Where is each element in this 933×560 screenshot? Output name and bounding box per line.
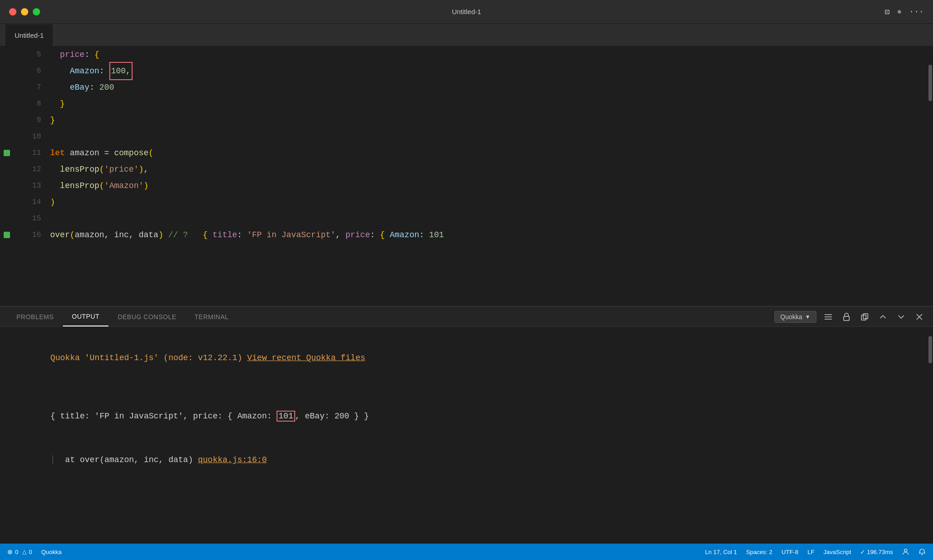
gutter-11 [4,145,10,161]
token-close-brace-price: } [50,96,65,112]
output-result-line: { title: 'FP in JavaScript', price: { Am… [11,394,916,438]
token-equals: = [104,145,114,161]
tab-label: Untitled-1 [15,31,44,39]
tab-problems[interactable]: PROBLEMS [7,307,63,326]
status-person-icon[interactable] [902,548,909,555]
token-amazon-key: Amazon [50,63,99,79]
token-open-paren-compose: ( [149,145,154,161]
status-errors[interactable]: ⊗ 0 △ 0 [7,548,32,555]
chevron-down-icon[interactable] [895,311,907,323]
token-colon3: : [89,79,99,96]
output-empty [11,380,916,394]
token-space [188,227,203,243]
token-comma3: , [129,227,139,243]
token-title-key: title [213,227,237,243]
statusbar: ⊗ 0 △ 0 Quokka Ln 17, Col 1 Spaces: 2 UT… [0,544,933,560]
lock-icon[interactable] [840,311,853,323]
token-string-price: 'price' [104,161,139,178]
status-position[interactable]: Ln 17, Col 1 [705,548,737,555]
code-line-15 [50,210,927,227]
status-spaces[interactable]: Spaces: 2 [746,548,773,555]
token-over-close: ) [159,227,164,243]
token-lensprop1: lensProp [50,161,99,178]
editor-scrollbar[interactable] [927,46,933,306]
panel-scrollbar[interactable] [927,327,933,484]
status-bell-icon[interactable] [918,548,926,555]
status-language[interactable]: JavaScript [824,548,851,555]
status-timing: ✓ 196.73ms [860,548,893,555]
dot-icon: ● [897,7,902,16]
token-over: over [50,227,70,243]
token-result-open: { [203,227,213,243]
filter-icon[interactable] [822,311,835,323]
token-lp2-open: ( [99,178,104,194]
line-num-8: 8 [36,96,41,112]
line-num-7: 7 [36,79,41,96]
vertical-pipe: │ [50,455,55,464]
minimize-button[interactable] [21,8,28,15]
token-amazon-value: 100, [109,62,133,80]
warning-icon: △ [22,549,26,555]
token-colon: : [85,46,95,63]
tab-terminal[interactable]: TERMINAL [185,307,238,326]
output-result-prefix: { title: 'FP in JavaScript', price: { Am… [50,412,277,421]
chevron-up-icon[interactable] [877,311,889,323]
token-string-amazon: 'Amazon' [104,178,144,194]
window-controls[interactable] [9,8,40,15]
close-panel-icon[interactable] [913,311,926,323]
output-result-suffix: , eBay: 200 } } [295,412,369,421]
output-source-select[interactable]: Quokka ▼ [774,311,816,323]
close-button[interactable] [9,8,16,15]
code-line-6: Amazon: 100, [50,63,927,79]
more-actions-icon[interactable]: ··· [909,7,924,16]
status-eol[interactable]: LF [807,548,814,555]
editor-tab[interactable]: Untitled-1 [5,24,53,46]
code-line-8: } [50,96,927,112]
error-count: 0 [15,549,18,555]
copy-icon[interactable] [858,311,871,323]
code-line-14: ) [50,194,927,210]
tab-output[interactable]: OUTPUT [63,307,109,326]
token-price-key: price [50,46,85,63]
error-icon: ⊗ [7,548,13,555]
chevron-down-icon: ▼ [805,314,810,320]
status-encoding[interactable]: UTF-8 [782,548,799,555]
token-ebay-key: eBay [50,79,89,96]
editor-area: 5 6 7 8 9 10 11 12 13 14 15 16 price: { … [0,46,933,306]
quokka-init-text: Quokka 'Untitled-1.js' (node: v12.22.1) [50,353,247,362]
token-amazon-var: amazon [70,145,104,161]
status-right: Ln 17, Col 1 Spaces: 2 UTF-8 LF JavaScri… [705,548,926,555]
panel-scrollbar-thumb[interactable] [928,336,932,363]
token-lp2-close: ) [144,178,149,194]
code-line-7: eBay: 200 [50,79,927,96]
line-num-13: 13 [32,178,41,194]
quokka-source-link[interactable]: quokka.js:16:0 [198,455,267,464]
token-lp1-close: ) [138,161,144,178]
line-num-9: 9 [36,112,41,128]
code-line-11: let amazon = compose( [50,145,927,161]
line-gutter [0,46,14,306]
line-num-12: 12 [32,161,41,178]
code-line-13: lensProp('Amazon') [50,178,927,194]
token-close-paren-compose: ) [50,194,55,210]
maximize-button[interactable] [33,8,40,15]
line-numbers: 5 6 7 8 9 10 11 12 13 14 15 16 [14,46,50,306]
tab-debug-console[interactable]: DEBUG CONSOLE [108,307,185,326]
token-inc: inc [114,227,128,243]
token-data: data [138,227,158,243]
editor-scrollbar-thumb[interactable] [928,65,932,101]
svg-point-8 [904,549,907,552]
svg-rect-3 [844,316,849,321]
code-line-10 [50,128,927,145]
titlebar-actions[interactable]: ⊡ ● ··· [885,7,924,17]
code-content[interactable]: price: { Amazon: 100, eBay: 200 } } let … [50,46,927,306]
split-editor-icon[interactable]: ⊡ [885,7,890,17]
svg-rect-4 [861,315,866,320]
token-let: let [50,145,70,161]
status-plugin[interactable]: Quokka [41,549,62,555]
code-line-9: } [50,112,927,128]
plugin-name: Quokka [41,549,62,555]
token-over-open: ( [70,227,75,243]
line-num-15: 15 [32,210,41,227]
view-recent-files-link[interactable]: View recent Quokka files [247,353,365,362]
